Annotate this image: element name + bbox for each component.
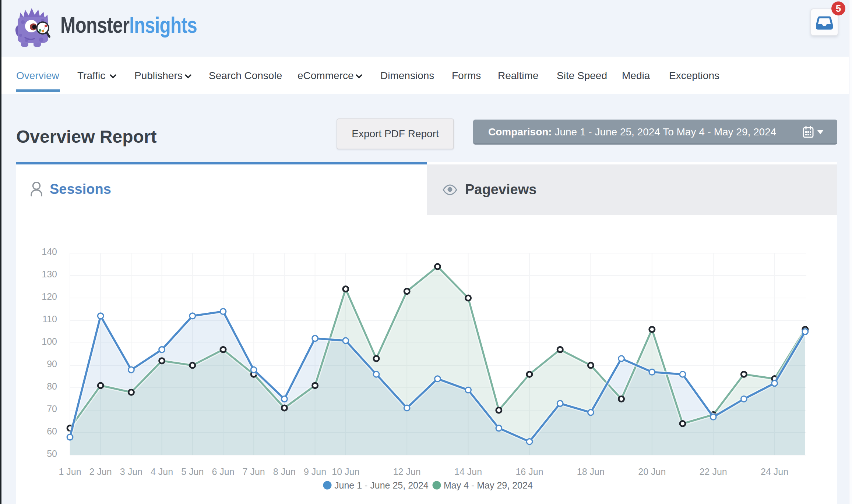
svg-text:May 4 - May 29, 2024: May 4 - May 29, 2024 [444, 480, 533, 490]
svg-text:50: 50 [47, 448, 57, 459]
svg-text:22 Jun: 22 Jun [700, 466, 727, 477]
svg-text:80: 80 [47, 381, 57, 391]
svg-text:9 Jun: 9 Jun [304, 466, 326, 477]
svg-text:14 Jun: 14 Jun [454, 466, 482, 477]
svg-text:90: 90 [47, 359, 57, 369]
svg-text:18 Jun: 18 Jun [577, 466, 605, 477]
svg-text:110: 110 [42, 314, 57, 324]
svg-text:100: 100 [42, 336, 57, 347]
svg-text:1 Jun: 1 Jun [59, 466, 81, 477]
svg-text:4 Jun: 4 Jun [151, 466, 173, 477]
svg-text:8 Jun: 8 Jun [273, 466, 296, 477]
svg-text:120: 120 [42, 291, 57, 302]
svg-text:140: 140 [42, 246, 57, 257]
svg-text:3 Jun: 3 Jun [120, 466, 142, 477]
svg-text:24 Jun: 24 Jun [761, 466, 788, 477]
svg-text:130: 130 [42, 269, 57, 279]
svg-text:16 Jun: 16 Jun [515, 466, 543, 477]
svg-text:10 Jun: 10 Jun [332, 466, 359, 477]
svg-text:12 Jun: 12 Jun [393, 466, 421, 477]
svg-text:60: 60 [47, 426, 57, 436]
svg-text:June 1 - June 25, 2024: June 1 - June 25, 2024 [334, 480, 429, 490]
svg-text:5 Jun: 5 Jun [181, 466, 204, 477]
svg-text:6 Jun: 6 Jun [212, 466, 234, 477]
svg-text:70: 70 [47, 404, 57, 414]
svg-text:7 Jun: 7 Jun [243, 466, 265, 477]
svg-text:2 Jun: 2 Jun [89, 466, 112, 477]
svg-text:20 Jun: 20 Jun [638, 466, 666, 477]
